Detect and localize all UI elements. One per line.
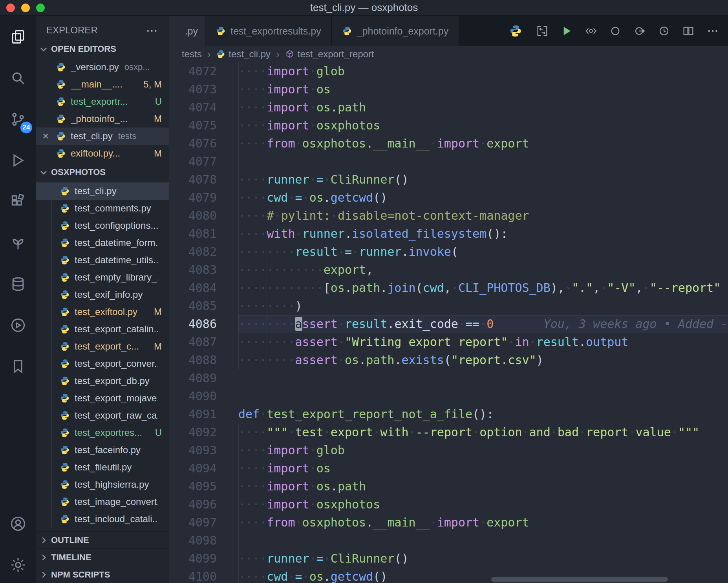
file-tree-item[interactable]: test_exif_info.py: [36, 286, 169, 303]
file-name: __main__....: [71, 79, 123, 90]
zoom-window-button[interactable]: [36, 4, 45, 12]
code-line[interactable]: 4077: [169, 153, 728, 171]
file-tree-item[interactable]: test_empty_library_...: [36, 269, 169, 286]
python-file-icon: [60, 479, 70, 490]
file-tree-item[interactable]: test_exiftool.py M: [36, 303, 169, 321]
code-line[interactable]: 4093····import·glob: [169, 441, 728, 459]
collapsed-section-header[interactable]: TIMELINE: [36, 548, 169, 566]
breadcrumb-folder[interactable]: tests: [182, 49, 202, 60]
file-tree-item[interactable]: test_export_mojave...: [36, 390, 169, 407]
python-file-icon: [60, 341, 70, 352]
code-line[interactable]: 4096····import·osxphotos: [169, 496, 728, 514]
file-tree-item[interactable]: test_datetime_utils....: [36, 251, 169, 269]
file-tree-item[interactable]: test_export_db.py: [36, 372, 169, 390]
code-line[interactable]: 4092····"""·test·export·with·--report·op…: [169, 423, 728, 441]
chevron-circle-icon[interactable]: [579, 16, 603, 46]
code-line[interactable]: 4094····import·os: [169, 459, 728, 477]
file-tree-item[interactable]: test_fileutil.py: [36, 459, 169, 476]
code-line[interactable]: 4083············export,: [169, 261, 728, 279]
more-actions-icon[interactable]: ⋯: [146, 24, 159, 37]
code-line[interactable]: 4074····import·os.path: [169, 98, 728, 117]
open-editor-item[interactable]: × test_cli.py tests: [36, 128, 169, 145]
code-line[interactable]: 4097····from·osxphotos.__main__·import·e…: [169, 514, 728, 532]
python-file-icon: [56, 97, 66, 107]
file-tree-item[interactable]: test_export_c... M: [36, 338, 169, 355]
code-line[interactable]: 4073····import·os: [169, 80, 728, 98]
compare-changes-icon[interactable]: [530, 16, 554, 46]
osxphotos-section-header[interactable]: OSXPHOTOS: [36, 164, 169, 180]
file-tree-item[interactable]: test_export_conver...: [36, 355, 169, 372]
code-line[interactable]: 4081····with·runner.isolated_filesystem(…: [169, 225, 728, 243]
file-tree-item[interactable]: test_exportres... U: [36, 424, 169, 441]
code-line[interactable]: 4099····runner·=·CliRunner(): [169, 550, 728, 568]
open-editor-item[interactable]: test_exportr... U: [36, 93, 169, 110]
file-tree-item[interactable]: test_configoptions....: [36, 217, 169, 234]
python-icon[interactable]: [506, 16, 530, 46]
code-line[interactable]: 4088········assert·os.path.exists("repor…: [169, 351, 728, 369]
run-debug-icon[interactable]: [0, 140, 36, 181]
circle-arrow-icon[interactable]: [627, 16, 652, 46]
breadcrumb-file[interactable]: test_cli.py: [229, 49, 271, 60]
chevron-down-icon: [39, 45, 48, 53]
code-editor[interactable]: 4072····import·glob4073····import·os4074…: [169, 62, 728, 583]
code-line[interactable]: 4085········): [169, 297, 728, 315]
bookmark-icon[interactable]: [0, 346, 36, 387]
code-line[interactable]: 4086········assert·result.exit_code·==·0…: [169, 315, 728, 333]
circle-outline-icon[interactable]: [603, 16, 627, 46]
file-tree-item[interactable]: test_image_convert...: [36, 493, 169, 510]
file-tree-item[interactable]: test_export_catalin...: [36, 321, 169, 338]
code-line[interactable]: 4095····import·os.path: [169, 477, 728, 496]
split-editor-icon[interactable]: [676, 16, 701, 46]
settings-gear-icon[interactable]: [0, 544, 36, 583]
file-tree-item[interactable]: test_cli.py: [36, 182, 169, 200]
code-line[interactable]: 4072····import·glob: [169, 62, 728, 80]
collapsed-section-header[interactable]: NPM SCRIPTS: [36, 566, 169, 583]
code-line[interactable]: 4098: [169, 532, 728, 550]
source-control-icon[interactable]: 24: [0, 98, 36, 140]
play-circle-icon[interactable]: [0, 304, 36, 346]
tab-test-exportresults[interactable]: test_exportresults.py: [205, 16, 332, 46]
run-python-file-button[interactable]: [554, 16, 579, 46]
close-editor-icon[interactable]: ×: [42, 130, 56, 142]
code-line[interactable]: 4078····runner·=·CliRunner(): [169, 171, 728, 189]
code-line[interactable]: 4089: [169, 369, 728, 387]
file-tree-item[interactable]: test_highsierra.py: [36, 476, 169, 493]
minimize-window-button[interactable]: [21, 4, 30, 12]
indent-guide: [238, 351, 239, 369]
plant-icon[interactable]: [0, 222, 36, 263]
collapsed-section-header[interactable]: OUTLINE: [36, 531, 169, 548]
code-line[interactable]: 4080····#·pylint:·disable=not-context-ma…: [169, 207, 728, 225]
file-tree-item[interactable]: test_comments.py: [36, 200, 169, 217]
file-tree-item[interactable]: test_incloud_catali...: [36, 510, 169, 528]
database-icon[interactable]: [0, 263, 36, 304]
tab-photoinfo-export[interactable]: _photoinfo_export.py: [332, 16, 459, 46]
code-line[interactable]: 4087········assert·"Writing export repor…: [169, 333, 728, 351]
indent-guide: [238, 135, 239, 153]
explorer-files-icon[interactable]: [0, 16, 36, 57]
clock-icon[interactable]: [652, 16, 676, 46]
extensions-icon[interactable]: [0, 181, 36, 222]
close-window-button[interactable]: [6, 4, 15, 12]
search-icon[interactable]: [0, 57, 36, 98]
open-editor-item[interactable]: _version.py osxp...: [36, 58, 169, 76]
open-editor-item[interactable]: exiftool.py... M: [36, 145, 169, 162]
open-editor-item[interactable]: __main__.... 5, M: [36, 76, 169, 93]
file-tree-item[interactable]: test_datetime_form...: [36, 234, 169, 251]
code-line[interactable]: 4076····from·osxphotos.__main__·import·e…: [169, 135, 728, 153]
open-editor-item[interactable]: _photoinfo_... M: [36, 110, 169, 128]
horizontal-scrollbar[interactable]: [491, 577, 668, 582]
account-icon[interactable]: [0, 503, 36, 544]
file-name: test_image_convert...: [75, 496, 158, 507]
tab-test-cli[interactable]: .py: [169, 16, 205, 46]
file-tree-item[interactable]: test_export_raw_ca...: [36, 407, 169, 424]
file-tree-item[interactable]: test_faceinfo.py: [36, 441, 169, 459]
code-line[interactable]: 4079····cwd·=·os.getcwd(): [169, 189, 728, 207]
code-line[interactable]: 4090: [169, 387, 728, 405]
code-line[interactable]: 4075····import·osxphotos: [169, 117, 728, 135]
breadcrumb-symbol[interactable]: test_export_report: [298, 49, 374, 60]
more-actions-icon[interactable]: [701, 16, 725, 46]
code-line[interactable]: 4082········result·=·runner.invoke(: [169, 243, 728, 261]
code-line[interactable]: 4084············[os.path.join(cwd,·CLI_P…: [169, 279, 728, 297]
code-line[interactable]: 4091def·test_export_report_not_a_file():: [169, 405, 728, 423]
open-editors-header[interactable]: OPEN EDITORS: [36, 41, 169, 57]
